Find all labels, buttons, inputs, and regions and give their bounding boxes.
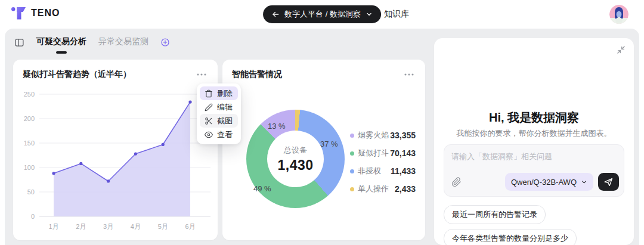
add-tab-icon[interactable] [160, 38, 170, 47]
card-context-menu: 删除 编辑 截图 查看 [197, 83, 241, 144]
tab-bar: 可疑交易分析 异常交易监测 [14, 36, 170, 48]
ai-chat-panel: Hi, 我是数据洞察 我能按你的要求，帮你分析数据并生成图表。 Qwen/Q-3… [434, 38, 634, 245]
tab-anomaly-monitor[interactable]: 异常交易监测 [98, 36, 148, 48]
donut-center-value: 1,430 [277, 157, 313, 173]
svg-text:150: 150 [24, 139, 35, 147]
slice-percent-label: 13 % [268, 122, 286, 131]
send-button[interactable] [598, 173, 619, 191]
more-menu-icon[interactable] [402, 72, 416, 77]
slice-percent-label: 49 % [253, 184, 271, 193]
chat-input-toolbar: Qwen/Q-32B-AWQ [451, 173, 619, 191]
legend-item: 疑似打斗70,143 [350, 144, 416, 162]
donut-center-label: 总设备 [284, 145, 307, 156]
model-name: Qwen/Q-32B-AWQ [511, 178, 577, 187]
sidebar-toggle-icon[interactable] [14, 38, 24, 48]
send-plane-icon [603, 177, 614, 187]
avatar-image [609, 5, 628, 24]
svg-text:1月: 1月 [48, 223, 58, 230]
collapse-panel-icon[interactable] [617, 45, 626, 57]
donut-center: 总设备 1,430 [267, 131, 324, 187]
legend-item: 非授权11,433 [350, 162, 416, 180]
eye-icon [205, 131, 213, 139]
svg-text:2月: 2月 [76, 223, 86, 230]
logo-icon [11, 5, 26, 21]
svg-text:3月: 3月 [103, 223, 113, 230]
suggestion-chip[interactable]: 最近一周所有的告警记录 [444, 205, 546, 224]
legend-dot [350, 169, 354, 173]
suggestion-chip[interactable]: 今年各类型告警的数量分别是多少 [444, 229, 577, 245]
breadcrumb: 数字人平台 / 数据洞察 [284, 9, 361, 20]
trash-icon [205, 89, 213, 98]
svg-text:100: 100 [24, 164, 35, 171]
card-title-alarm: 智能告警情况 [232, 69, 282, 80]
menu-item-edit[interactable]: 编辑 [200, 100, 238, 114]
chat-input-box: Qwen/Q-32B-AWQ [444, 144, 624, 197]
menu-item-label: 截图 [217, 116, 233, 126]
svg-text:4月: 4月 [131, 223, 141, 230]
donut-legend: 烟雾火焰33,355疑似打斗70,143非授权11,433单人操作2,433 [350, 126, 416, 198]
back-arrow-icon [271, 10, 280, 18]
svg-text:50: 50 [27, 188, 35, 196]
user-avatar[interactable] [609, 5, 628, 24]
legend-label: 烟雾火焰 [358, 130, 389, 141]
legend-value: 70,143 [390, 148, 416, 158]
donut-chart: 总设备 1,430 13 % 37 % 49 % [246, 110, 345, 208]
alarm-donut-card: 智能告警情况 总设备 1,430 13 % 37 % 49 % 烟雾火焰33,3… [222, 60, 425, 240]
legend-value: 11,433 [391, 166, 416, 176]
scissors-icon [205, 117, 213, 125]
legend-dot [350, 187, 354, 191]
legend-label: 疑似打斗 [358, 148, 389, 159]
svg-text:0: 0 [31, 213, 35, 220]
menu-item-delete[interactable]: 删除 [200, 86, 238, 100]
knowledge-base-link[interactable]: 知识库 [384, 0, 409, 29]
legend-dot [350, 134, 354, 138]
platform-breadcrumb-button[interactable]: 数字人平台 / 数据洞察 [263, 5, 381, 23]
pencil-icon [205, 103, 213, 111]
legend-value: 2,433 [395, 184, 416, 194]
logo-text: TENO [31, 8, 60, 18]
chevron-down-icon [366, 11, 373, 18]
model-selector[interactable]: Qwen/Q-32B-AWQ [505, 173, 593, 191]
legend-value: 33,355 [390, 131, 416, 140]
legend-label: 单人操作 [358, 184, 389, 194]
trend-chart-card: 疑似打斗告警趋势（近半年） 0501001502002501月2月3月4月5月6… [13, 60, 218, 240]
legend-item: 单人操作2,433 [350, 180, 416, 198]
app-header: TENO 数字人平台 / 数据洞察 知识库 [0, 0, 644, 29]
chat-input[interactable] [451, 151, 617, 170]
legend-label: 非授权 [358, 166, 381, 176]
menu-item-label: 删除 [217, 88, 233, 99]
trend-area-chart: 0501001502002501月2月3月4月5月6月 [13, 86, 218, 240]
menu-item-view[interactable]: 查看 [200, 128, 238, 141]
slice-percent-label: 37 % [320, 139, 338, 148]
suggestion-chips: 最近一周所有的告警记录 今年各类型告警的数量分别是多少 [444, 205, 577, 245]
menu-item-label: 编辑 [217, 102, 233, 113]
menu-item-screenshot[interactable]: 截图 [200, 114, 238, 128]
menu-item-label: 查看 [217, 129, 233, 140]
attachment-icon[interactable] [451, 177, 462, 187]
svg-text:5月: 5月 [158, 223, 168, 230]
svg-text:6月: 6月 [185, 223, 195, 230]
chevron-down-icon [581, 179, 587, 185]
svg-text:250: 250 [24, 91, 35, 98]
svg-text:200: 200 [24, 115, 35, 122]
legend-item: 烟雾火焰33,355 [350, 126, 416, 144]
card-title-trend: 疑似打斗告警趋势（近半年） [23, 69, 131, 80]
chat-greeting: Hi, 我是数据洞察 [434, 110, 634, 126]
tab-suspicious-analysis[interactable]: 可疑交易分析 [36, 36, 86, 48]
app-logo: TENO [11, 5, 60, 21]
more-menu-icon[interactable] [195, 72, 208, 77]
legend-dot [350, 151, 354, 156]
workspace-panel: 可疑交易分析 异常交易监测 疑似打斗告警趋势（近半年） 050100150200… [5, 29, 639, 245]
chat-subtitle: 我能按你的要求，帮你分析数据并生成图表。 [434, 128, 634, 139]
